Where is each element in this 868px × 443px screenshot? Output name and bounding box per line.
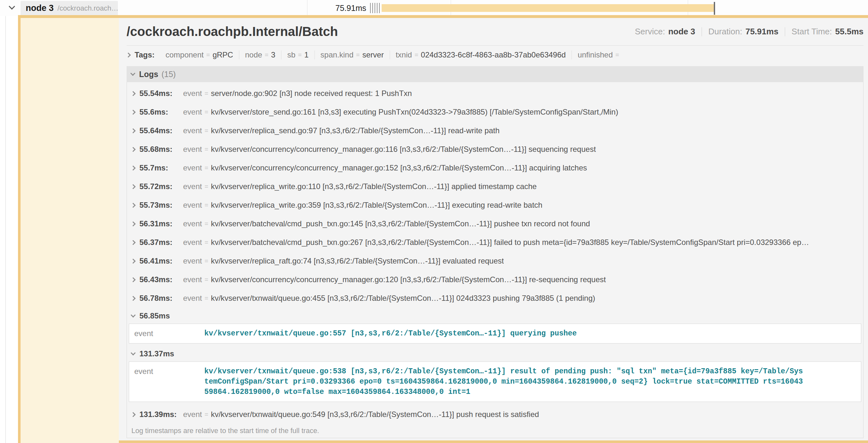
tag-item[interactable]: component = gRPC [160, 50, 239, 59]
span-service-name: node 3 [26, 3, 54, 13]
collapse-span-chevron-down-icon[interactable] [9, 3, 15, 10]
log-entry-row[interactable]: 55.7ms: event = kv/kvserver/concurrency/… [127, 159, 863, 177]
tag-item[interactable]: unfinished = [571, 50, 627, 59]
detail-panel-bottom-border [119, 440, 868, 443]
duration-value: 75.91ms [745, 27, 778, 37]
log-chevron-right-icon [131, 296, 136, 301]
log-entry-row[interactable]: 56.41ms: event = kv/kvserver/replica_raf… [127, 252, 863, 270]
equals-sign: = [205, 90, 209, 97]
log-timestamp: 55.64ms: [140, 126, 183, 135]
span-color-accent-bar [18, 1, 21, 443]
span-detail-indent-column [21, 17, 119, 443]
equals-sign: = [205, 164, 209, 172]
log-entry-row[interactable]: 56.43ms: event = kv/kvserver/concurrency… [127, 270, 863, 289]
log-chevron-right-icon [131, 221, 136, 226]
log-field-key: event [183, 275, 202, 284]
log-fields-table: event kv/kvserver/txnwait/queue.go:557 [… [129, 323, 861, 343]
logs-accordion-header[interactable]: Logs (15) [127, 66, 864, 82]
log-entry-row[interactable]: 55.73ms: event = kv/kvserver/replica_wri… [127, 196, 863, 214]
log-entry-expanded-header[interactable]: 131.37ms [127, 347, 863, 361]
equals-sign: = [205, 295, 209, 302]
tag-item[interactable]: txnid = 024d3323-6c8f-4863-aa8b-37ab0e63… [390, 50, 571, 59]
log-field-value: kv/kvserver/batcheval/cmd_push_txn.go:14… [211, 219, 590, 228]
log-entry-row[interactable]: 55.72ms: event = kv/kvserver/replica_wri… [127, 177, 863, 196]
equals-sign: = [414, 52, 418, 59]
log-entry-row[interactable]: 55.64ms: event = kv/kvserver/replica_sen… [127, 121, 863, 140]
log-timestamp: 55.54ms: [140, 89, 183, 98]
log-timestamp: 131.39ms: [140, 410, 183, 419]
log-chevron-right-icon [131, 128, 136, 133]
tag-item[interactable]: node = 3 [239, 50, 281, 59]
meta-separator [785, 27, 785, 36]
equals-sign: = [205, 239, 209, 246]
tags-label: Tags: [134, 50, 155, 59]
span-detail-header: /cockroach.roachpb.Internal/Batch Servic… [127, 18, 864, 45]
log-field-value: kv/kvserver/txnwait/queue.go:455 [n3,s3,… [211, 294, 595, 303]
log-chevron-right-icon [131, 412, 136, 417]
span-row: node 3 /cockroach.roach… 75.91ms [0, 0, 868, 16]
log-field-key: event [183, 201, 202, 210]
log-timestamp: 56.31ms: [140, 219, 183, 228]
span-operation-name: /cockroach.roach… [58, 4, 118, 12]
tag-key: node [245, 50, 262, 59]
log-field-key: event [183, 219, 202, 228]
tags-list: component = gRPC node = 3 sb = 1 span.ki… [160, 50, 627, 59]
span-name-tab[interactable]: node 3 /cockroach.roach… [21, 1, 118, 15]
equals-sign: = [205, 258, 209, 265]
span-detail-panel: /cockroach.roachpb.Internal/Batch Servic… [119, 18, 868, 440]
log-field-row: event kv/kvserver/txnwait/queue.go:557 [… [134, 329, 856, 339]
log-field-value: kv/kvserver/txnwait/queue.go:557 [n3,s3,… [204, 329, 577, 339]
log-chevron-right-icon [131, 165, 136, 170]
log-entry-row[interactable]: 56.78ms: event = kv/kvserver/txnwait/que… [127, 289, 863, 308]
detail-panel-top-border [18, 15, 868, 18]
tag-key: txnid [396, 50, 412, 59]
log-entry-row[interactable]: 55.54ms: event = server/node.go:902 [n3]… [127, 84, 863, 103]
log-field-value: kv/kvserver/batcheval/cmd_push_txn.go:26… [211, 238, 809, 247]
log-entry-row[interactable]: 55.68ms: event = kv/kvserver/concurrency… [127, 140, 863, 159]
log-field-key: event [183, 145, 202, 154]
log-entry-row[interactable]: 131.39ms: event = kv/kvserver/txnwait/qu… [127, 405, 863, 424]
log-field-key: event [183, 107, 202, 116]
log-chevron-down-icon [131, 350, 136, 356]
equals-sign: = [205, 411, 209, 418]
log-entry-row[interactable]: 56.37ms: event = kv/kvserver/batcheval/c… [127, 233, 863, 252]
log-timestamp: 56.85ms [140, 311, 170, 320]
log-field-key: event [134, 366, 204, 397]
log-entry-row[interactable]: 56.31ms: event = kv/kvserver/batcheval/c… [127, 214, 863, 233]
logs-footer-note: Log timestamps are relative to the start… [127, 424, 863, 438]
tag-item[interactable]: span.kind = server [314, 50, 390, 59]
log-field-value: kv/kvserver/txnwait/queue.go:549 [n3,s3,… [211, 410, 539, 419]
equals-sign: = [205, 220, 209, 228]
log-timestamp: 56.78ms: [140, 294, 183, 303]
log-entry-expanded-header[interactable]: 56.85ms [127, 309, 863, 323]
equals-sign: = [205, 146, 209, 153]
log-chevron-right-icon [131, 203, 136, 208]
log-field-key: event [183, 238, 202, 247]
log-field-key: event [183, 163, 202, 172]
log-entry-row[interactable]: 55.6ms: event = kv/kvserver/store_send.g… [127, 103, 863, 121]
log-chevron-right-icon [131, 109, 136, 114]
log-chevron-down-icon [131, 313, 136, 318]
tags-accordion[interactable]: Tags: component = gRPC node = 3 sb = 1 s… [127, 45, 864, 64]
service-label: Service: [635, 27, 665, 37]
start-time-value: 55.5ms [835, 27, 864, 37]
log-field-value: kv/kvserver/replica_send.go:97 [n3,s3,r6… [211, 126, 499, 135]
span-duration-bar[interactable] [382, 4, 714, 12]
log-chevron-right-icon [131, 184, 136, 189]
logs-count: (15) [162, 70, 176, 79]
log-timestamp: 55.7ms: [140, 163, 183, 172]
log-field-value: kv/kvserver/replica_write.go:110 [n3,s3,… [211, 182, 536, 191]
duration-label: Duration: [708, 27, 742, 37]
timeline-gridline [307, 0, 307, 16]
log-chevron-right-icon [131, 91, 136, 96]
log-timestamp: 55.72ms: [140, 182, 183, 191]
log-timestamp: 55.6ms: [140, 107, 183, 116]
tag-value: gRPC [213, 50, 233, 59]
tag-item[interactable]: sb = 1 [281, 50, 314, 59]
log-entry-expanded: 56.85ms event kv/kvserver/txnwait/queue.… [127, 309, 863, 343]
tags-chevron-right-icon [126, 52, 131, 58]
log-chevron-right-icon [131, 147, 136, 152]
equals-sign: = [356, 52, 360, 59]
log-field-value: kv/kvserver/store_send.go:161 [n3,s3] ex… [211, 107, 618, 116]
span-meta: Service: node 3 Duration: 75.91ms Start … [635, 27, 864, 37]
